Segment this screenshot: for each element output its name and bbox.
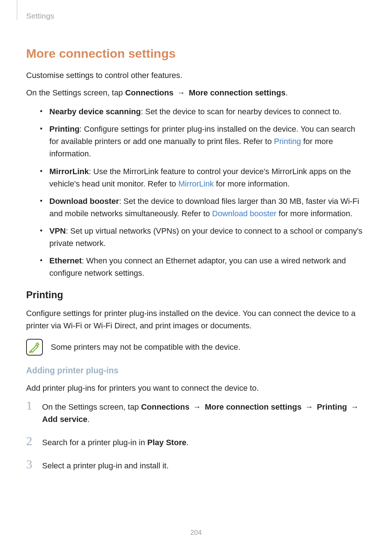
step-body: Search for a printer plug-in in Play Sto… bbox=[42, 435, 189, 449]
section-title: More connection settings bbox=[26, 46, 366, 61]
page: Settings More connection settings Custom… bbox=[0, 0, 392, 554]
printing-heading: Printing bbox=[26, 290, 366, 301]
path-add-service: Add service bbox=[42, 415, 87, 424]
step-text-pre: On the Settings screen, tap bbox=[42, 402, 141, 411]
intro-text: Customise settings to control other feat… bbox=[26, 69, 366, 82]
step-text-pre: Search for a printer plug-in in bbox=[42, 438, 147, 447]
pencil-note-icon bbox=[29, 341, 40, 353]
navigation-path: On the Settings screen, tap Connections … bbox=[26, 87, 366, 99]
path-connections: Connections bbox=[125, 88, 173, 97]
adding-heading: Adding printer plug-ins bbox=[26, 366, 366, 376]
path-more-connection-settings: More connection settings bbox=[205, 402, 301, 411]
bullet-mirrorlink: MirrorLink: Use the MirrorLink feature t… bbox=[40, 165, 366, 190]
adding-intro: Add printer plug-ins for printers you wa… bbox=[26, 382, 366, 394]
feature-text-post: for more information. bbox=[277, 209, 352, 218]
bullet-ethernet: Ethernet: When you connect an Ethernet a… bbox=[40, 255, 366, 279]
path-connections: Connections bbox=[141, 402, 189, 411]
steps-list: 1 On the Settings screen, tap Connection… bbox=[26, 399, 366, 472]
step-1: 1 On the Settings screen, tap Connection… bbox=[26, 399, 366, 426]
header-rule bbox=[17, 0, 17, 20]
note-icon bbox=[26, 339, 43, 356]
arrow-icon: → bbox=[349, 402, 360, 411]
step-number: 2 bbox=[26, 435, 36, 447]
step-number: 1 bbox=[26, 399, 36, 412]
feature-list: Nearby device scanning: Set the device t… bbox=[26, 106, 366, 279]
bullet-download-booster: Download booster: Set the device to down… bbox=[40, 195, 366, 220]
note-text: Some printers may not be compatible with… bbox=[51, 341, 240, 353]
arrow-icon: → bbox=[304, 402, 315, 411]
feature-text-post: for more information. bbox=[214, 179, 290, 188]
content: More connection settings Customise setti… bbox=[26, 14, 366, 472]
step-3: 3 Select a printer plug-in and install i… bbox=[26, 458, 366, 472]
bullet-vpn: VPN: Set up virtual networks (VPNs) on y… bbox=[40, 225, 366, 250]
play-store: Play Store bbox=[147, 438, 187, 447]
step-number: 3 bbox=[26, 458, 36, 471]
bullet-nearby-device-scanning: Nearby device scanning: Set the device t… bbox=[40, 106, 366, 118]
path-more-connection-settings: More connection settings bbox=[189, 88, 285, 97]
path-printing: Printing bbox=[317, 402, 347, 411]
bullet-printing: Printing: Configure settings for printer… bbox=[40, 123, 366, 160]
printing-intro: Configure settings for printer plug-ins … bbox=[26, 307, 366, 332]
feature-label: Ethernet bbox=[49, 256, 82, 265]
arrow-icon: → bbox=[192, 402, 203, 411]
link-mirrorlink[interactable]: MirrorLink bbox=[178, 179, 214, 188]
feature-label: Download booster bbox=[49, 197, 119, 206]
breadcrumb: Settings bbox=[26, 12, 54, 20]
feature-text: : Set up virtual networks (VPNs) on your… bbox=[49, 226, 363, 248]
step-body: On the Settings screen, tap Connections … bbox=[42, 399, 366, 426]
page-number: 204 bbox=[0, 529, 392, 537]
link-download-booster[interactable]: Download booster bbox=[212, 209, 276, 218]
step-2: 2 Search for a printer plug-in in Play S… bbox=[26, 435, 366, 449]
period: . bbox=[87, 415, 90, 424]
arrow-icon: → bbox=[176, 88, 187, 97]
path-prefix: On the Settings screen, tap bbox=[26, 88, 125, 97]
feature-label: VPN bbox=[49, 226, 66, 235]
period: . bbox=[286, 88, 288, 97]
period: . bbox=[186, 438, 188, 447]
link-printing[interactable]: Printing bbox=[274, 137, 301, 146]
feature-text: : Set the device to scan for nearby devi… bbox=[141, 107, 342, 116]
feature-label: MirrorLink bbox=[49, 167, 89, 176]
feature-label: Nearby device scanning bbox=[49, 107, 141, 116]
note: Some printers may not be compatible with… bbox=[26, 339, 366, 356]
step-body: Select a printer plug-in and install it. bbox=[42, 458, 169, 472]
feature-label: Printing bbox=[49, 124, 79, 134]
feature-text: : When you connect an Ethernet adaptor, … bbox=[49, 256, 346, 278]
